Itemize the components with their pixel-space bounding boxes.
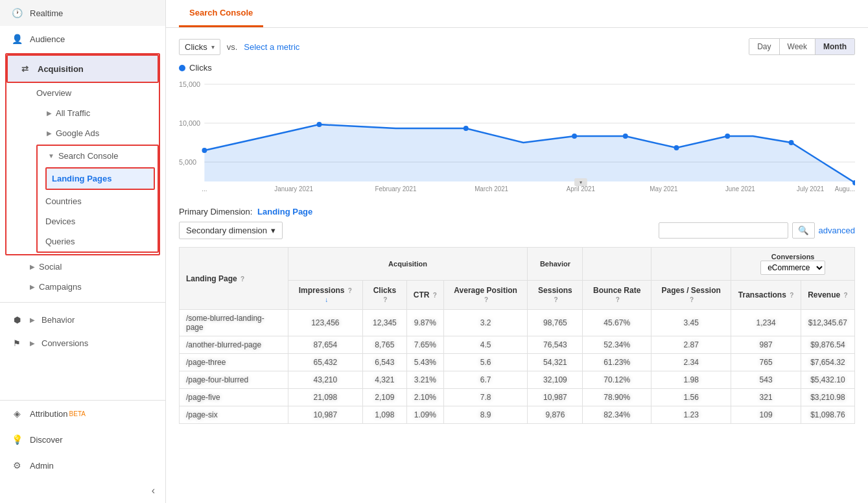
help-icon[interactable]: ?	[690, 296, 694, 303]
week-button[interactable]: Week	[780, 39, 815, 54]
arrow-icon: ▶	[30, 283, 35, 290]
cell-landing-page: /page-four-blurred	[180, 371, 288, 389]
cell-revenue: $12,345.67	[801, 310, 854, 336]
sidebar-item-queries[interactable]: Queries	[45, 231, 158, 252]
cell-bounce-rate: 45.67%	[583, 310, 651, 336]
table-row: /some-blurred-landing-page 123,456 12,34…	[180, 310, 855, 336]
month-button[interactable]: Month	[815, 39, 854, 54]
svg-point-10	[623, 134, 628, 139]
cell-revenue: $9,876.54	[801, 336, 854, 354]
cell-revenue: $1,098.76	[801, 406, 854, 424]
discover-icon: 💡	[10, 433, 23, 446]
arrow-icon: ▶	[47, 110, 52, 117]
col-transactions: Transactions ?	[731, 281, 801, 310]
cell-transactions: 321	[731, 389, 801, 406]
search-input[interactable]	[659, 222, 788, 239]
arrow-icon: ▶	[30, 340, 35, 347]
line-chart: 15,000 10,000 5,000	[179, 78, 855, 194]
svg-text:March 2021: March 2021	[475, 185, 508, 193]
sidebar-item-all-traffic[interactable]: ▶ All Traffic	[36, 103, 159, 123]
cell-pages-session: 1.98	[651, 371, 731, 389]
sidebar-item-behavior[interactable]: ⬢ ▶ Behavior	[0, 308, 165, 331]
cell-avg-position: 8.9	[443, 406, 528, 424]
sidebar-item-social[interactable]: ▶ Social	[0, 257, 165, 277]
svg-point-6	[202, 148, 207, 153]
cell-bounce-rate: 70.12%	[583, 371, 651, 389]
svg-text:April 2021: April 2021	[567, 185, 596, 193]
col-clicks: Clicks ?	[363, 281, 407, 310]
svg-point-13	[789, 140, 794, 145]
caret-icon: ▾	[211, 43, 215, 51]
sidebar-item-admin[interactable]: ⚙ Admin	[0, 452, 165, 478]
day-button[interactable]: Day	[749, 39, 779, 54]
acquisition-icon: ⇄	[18, 62, 31, 75]
help-icon[interactable]: ?	[484, 296, 488, 303]
primary-dim-label: Primary Dimension:	[179, 207, 252, 216]
help-icon[interactable]: ?	[790, 292, 793, 299]
help-icon[interactable]: ?	[383, 296, 387, 303]
help-icon[interactable]: ?	[843, 292, 847, 299]
secondary-dim-row: Secondary dimension ▾ 🔍 advanced	[179, 222, 855, 239]
cell-clicks: 2,109	[363, 389, 407, 406]
sidebar-item-conversions[interactable]: ⚑ ▶ Conversions	[0, 331, 165, 355]
search-console-label: Search Console	[58, 151, 119, 161]
cell-landing-page: /another-blurred-page	[180, 336, 288, 354]
col-sessions: Sessions ?	[528, 281, 583, 310]
tab-search-console[interactable]: Search Console	[179, 0, 263, 27]
sidebar-item-campaigns[interactable]: ▶ Campaigns	[0, 277, 165, 297]
cell-impressions: 87,654	[288, 336, 362, 354]
table-row: /page-three 65,432 6,543 5.43% 5.6 54,32…	[180, 354, 855, 371]
sidebar-item-attribution[interactable]: ◈ Attribution BETA	[0, 401, 165, 427]
help-icon[interactable]: ?	[240, 275, 244, 283]
cell-bounce-rate: 52.34%	[583, 336, 651, 354]
select-metric-link[interactable]: Select a metric	[244, 42, 299, 52]
cell-impressions: 21,098	[288, 389, 362, 406]
svg-text:May 2021: May 2021	[650, 185, 678, 193]
metric-dropdown[interactable]: Clicks ▾	[179, 39, 220, 55]
svg-point-7	[317, 122, 322, 127]
table-row: /page-six 10,987 1,098 1.09% 8.9 9,876 8…	[180, 406, 855, 424]
cell-sessions: 98,765	[528, 310, 583, 336]
help-icon[interactable]: ?	[433, 292, 437, 299]
svg-text:5,000: 5,000	[179, 158, 196, 166]
table-row: /another-blurred-page 87,654 8,765 7.65%…	[180, 336, 855, 354]
person-icon: 👤	[10, 32, 23, 45]
cell-ctr: 2.10%	[406, 389, 443, 406]
help-icon[interactable]: ?	[616, 296, 620, 303]
cell-impressions: 43,210	[288, 371, 362, 389]
cell-avg-position: 5.6	[443, 354, 528, 371]
search-icon: 🔍	[798, 226, 809, 235]
cell-ctr: 1.09%	[406, 406, 443, 424]
sidebar-item-countries[interactable]: Countries	[45, 191, 158, 211]
search-button[interactable]: 🔍	[792, 222, 815, 239]
collapse-icon: ‹	[152, 485, 155, 497]
clock-icon: 🕐	[10, 6, 23, 19]
help-icon[interactable]: ?	[348, 287, 352, 294]
sidebar-item-landing-pages[interactable]: Landing Pages	[47, 169, 154, 189]
cell-clicks: 6,543	[363, 354, 407, 371]
sidebar-item-realtime[interactable]: 🕐 Realtime	[0, 0, 165, 26]
secondary-dimension-dropdown[interactable]: Secondary dimension ▾	[179, 222, 283, 239]
sidebar-item-overview[interactable]: Overview	[36, 83, 159, 103]
sidebar-item-audience[interactable]: 👤 Audience	[0, 26, 165, 52]
sidebar-item-search-console[interactable]: ▼ Search Console	[38, 146, 158, 166]
cell-pages-session: 3.45	[651, 310, 731, 336]
sidebar-item-devices[interactable]: Devices	[45, 211, 158, 231]
cell-avg-position: 3.2	[443, 310, 528, 336]
collapse-sidebar-button[interactable]: ‹	[0, 478, 165, 503]
sidebar-item-google-ads[interactable]: ▶ Google Ads	[36, 123, 159, 143]
help-icon[interactable]: ?	[554, 296, 557, 303]
tab-label: Search Console	[189, 8, 253, 18]
cell-ctr: 3.21%	[406, 371, 443, 389]
cell-pages-session: 2.87	[651, 336, 731, 354]
sidebar-item-acquisition[interactable]: ⇄ Acquisition	[6, 54, 159, 83]
svg-point-11	[674, 145, 679, 150]
acquisition-group-header: Acquisition	[288, 248, 528, 281]
cell-avg-position: 6.7	[443, 371, 528, 389]
advanced-link[interactable]: advanced	[819, 226, 855, 235]
ecommerce-select[interactable]: eCommerce	[760, 261, 825, 275]
cell-transactions: 1,234	[731, 310, 801, 336]
sidebar-item-discover[interactable]: 💡 Discover	[0, 427, 165, 452]
cell-landing-page: /page-three	[180, 354, 288, 371]
search-box-area: 🔍 advanced	[659, 222, 855, 239]
